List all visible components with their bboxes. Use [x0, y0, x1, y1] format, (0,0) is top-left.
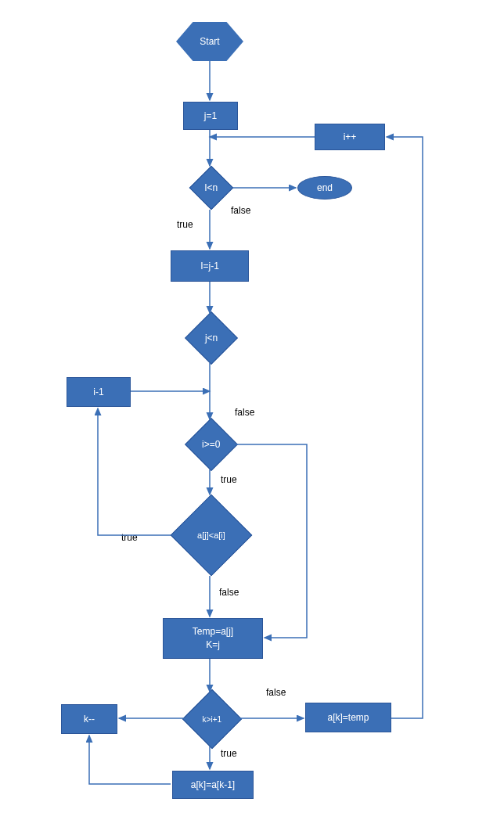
false-label-1: false	[231, 205, 250, 216]
temp-block-label: Temp=a[j] K=j	[193, 625, 233, 652]
cond-ki1-label: k>i+1	[203, 715, 221, 724]
cond-aj-ai-label: a[j]<a[i]	[197, 530, 225, 540]
ak-temp-label: a[k]=temp	[327, 712, 369, 723]
cond-jln-node: j<n	[185, 311, 238, 365]
set-i-label: I=j-1	[200, 261, 219, 272]
end-node: end	[297, 176, 352, 200]
inc-i-label: i++	[344, 131, 357, 142]
true-label-4: true	[221, 748, 237, 759]
init-j-label: j=1	[204, 110, 217, 121]
true-label-1: true	[177, 219, 193, 230]
k-dec-label: k--	[84, 714, 95, 725]
cond-ige0-label: i>=0	[202, 439, 220, 450]
i-minus-1-node: i-1	[67, 377, 131, 407]
ak-ak1-label: a[k]=a[k-1]	[191, 779, 235, 790]
true-label-3: true	[121, 532, 138, 543]
inc-i-node: i++	[315, 124, 385, 150]
end-label: end	[317, 182, 333, 193]
cond-iln-node: I<n	[189, 166, 234, 210]
start-node: Start	[176, 22, 243, 61]
false-label-4: false	[266, 687, 286, 698]
true-label-2: true	[221, 474, 237, 485]
temp-block-node: Temp=a[j] K=j	[163, 618, 263, 659]
cond-aj-ai-node: a[j]<a[i]	[171, 495, 253, 577]
set-i-node: I=j-1	[171, 250, 249, 282]
ak-ak1-node: a[k]=a[k-1]	[172, 771, 254, 799]
false-label-2: false	[235, 407, 254, 418]
cond-iln-label: I<n	[204, 182, 218, 193]
start-label: Start	[200, 36, 219, 47]
cond-jln-label: j<n	[205, 333, 218, 343]
cond-ige0-node: i>=0	[185, 418, 238, 471]
ak-temp-node: a[k]=temp	[305, 703, 391, 732]
cond-ki1-node: k>i+1	[182, 689, 242, 749]
k-dec-node: k--	[61, 704, 117, 734]
init-j-node: j=1	[183, 102, 238, 130]
i-minus-1-label: i-1	[93, 387, 103, 397]
false-label-3: false	[219, 587, 239, 598]
